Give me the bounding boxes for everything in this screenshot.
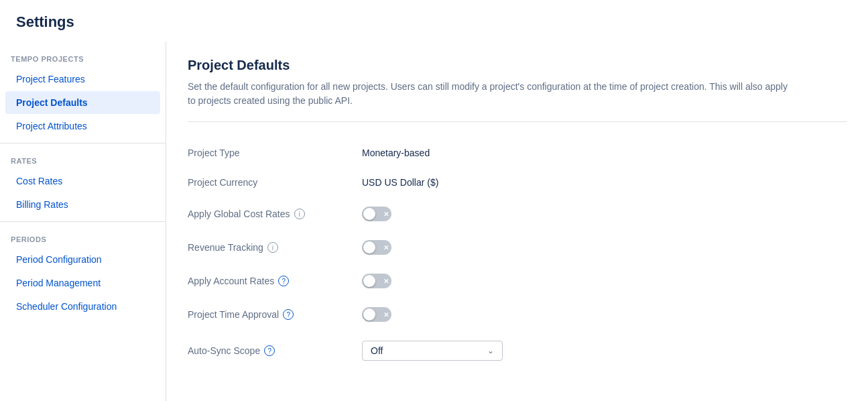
toggle-x-project-time-approval: ✕: [383, 311, 389, 319]
sidebar-item-label-scheduler-configuration: Scheduler Configuration: [16, 301, 117, 312]
toggle-project-time-approval[interactable]: ✕: [362, 307, 391, 322]
sidebar-item-cost-rates[interactable]: Cost Rates: [5, 170, 160, 192]
sidebar-item-project-features[interactable]: Project Features: [5, 68, 160, 91]
question-icon-auto-sync-scope[interactable]: ?: [264, 345, 275, 356]
sidebar-section-rates: RATES: [0, 149, 166, 169]
toggle-apply-account-rates[interactable]: ✕: [362, 274, 391, 288]
sidebar-item-scheduler-configuration[interactable]: Scheduler Configuration: [5, 295, 160, 318]
main-content: Project Defaults Set the default configu…: [166, 42, 868, 401]
app-container: Settings TEMPO PROJECTS Project Features…: [0, 0, 868, 401]
auto-sync-scope-value: Off: [371, 345, 383, 356]
toggle-thumb-project-time-approval: [363, 308, 375, 321]
content-title: Project Defaults: [188, 58, 847, 73]
settings-label-project-type: Project Type: [188, 148, 362, 158]
sidebar-item-billing-rates[interactable]: Billing Rates: [5, 193, 160, 216]
toggle-thumb-apply-global-cost-rates: [363, 208, 375, 220]
settings-value-project-currency: USD US Dollar ($): [362, 177, 438, 188]
info-icon-revenue-tracking[interactable]: i: [267, 242, 278, 253]
sidebar-item-project-defaults[interactable]: Project Defaults: [5, 91, 160, 114]
toggle-thumb-revenue-tracking: [363, 241, 375, 253]
main-layout: TEMPO PROJECTS Project Features Project …: [0, 42, 868, 401]
sidebar: TEMPO PROJECTS Project Features Project …: [0, 42, 166, 401]
settings-row-revenue-tracking: Revenue Tracking i ✕: [188, 231, 847, 264]
sidebar-item-label-cost-rates: Cost Rates: [16, 176, 62, 186]
toggle-apply-global-cost-rates[interactable]: ✕: [362, 207, 391, 221]
sidebar-section-tempo: TEMPO PROJECTS: [0, 47, 166, 67]
sidebar-item-label-project-defaults: Project Defaults: [16, 97, 88, 108]
sidebar-item-label-period-configuration: Period Configuration: [16, 254, 102, 265]
toggle-x-apply-account-rates: ✕: [383, 278, 389, 285]
toggle-x-revenue-tracking: ✕: [383, 244, 389, 251]
toggle-thumb-apply-account-rates: [363, 275, 375, 287]
settings-value-project-type: Monetary-based: [362, 148, 430, 158]
settings-row-project-type: Project Type Monetary-based: [188, 138, 847, 168]
question-icon-project-time-approval[interactable]: ?: [283, 309, 294, 320]
sidebar-section-periods: PERIODS: [0, 227, 166, 247]
content-divider: [188, 121, 847, 122]
settings-row-apply-account-rates: Apply Account Rates ? ✕: [188, 264, 847, 298]
sidebar-divider-1: [0, 143, 166, 144]
settings-label-project-currency: Project Currency: [188, 177, 362, 188]
settings-label-revenue-tracking: Revenue Tracking i: [188, 242, 362, 253]
page-title: Settings: [0, 0, 868, 42]
sidebar-item-project-attributes[interactable]: Project Attributes: [5, 115, 160, 137]
settings-label-auto-sync-scope: Auto-Sync Scope ?: [188, 345, 362, 356]
settings-label-project-time-approval: Project Time Approval ?: [188, 309, 362, 320]
content-description: Set the default configuration for all ne…: [188, 80, 791, 108]
settings-label-apply-account-rates: Apply Account Rates ?: [188, 276, 362, 286]
toggle-x-apply-global-cost-rates: ✕: [383, 211, 389, 218]
toggle-revenue-tracking[interactable]: ✕: [362, 240, 391, 255]
settings-row-project-time-approval: Project Time Approval ? ✕: [188, 298, 847, 331]
settings-label-apply-global-cost-rates: Apply Global Cost Rates i: [188, 209, 362, 219]
sidebar-item-label-project-attributes: Project Attributes: [16, 121, 87, 131]
sidebar-divider-2: [0, 221, 166, 222]
question-icon-apply-account-rates[interactable]: ?: [278, 276, 289, 286]
settings-row-project-currency: Project Currency USD US Dollar ($): [188, 168, 847, 197]
sidebar-item-period-configuration[interactable]: Period Configuration: [5, 248, 160, 271]
settings-row-auto-sync-scope: Auto-Sync Scope ? Off ⌄: [188, 331, 847, 370]
auto-sync-scope-dropdown[interactable]: Off ⌄: [362, 341, 503, 361]
sidebar-item-label-project-features: Project Features: [16, 74, 85, 84]
chevron-down-icon: ⌄: [487, 346, 494, 355]
sidebar-item-label-period-management: Period Management: [16, 278, 101, 288]
sidebar-item-period-management[interactable]: Period Management: [5, 272, 160, 294]
settings-row-apply-global-cost-rates: Apply Global Cost Rates i ✕: [188, 197, 847, 231]
sidebar-item-label-billing-rates: Billing Rates: [16, 199, 68, 210]
info-icon-apply-global-cost-rates[interactable]: i: [294, 209, 305, 219]
